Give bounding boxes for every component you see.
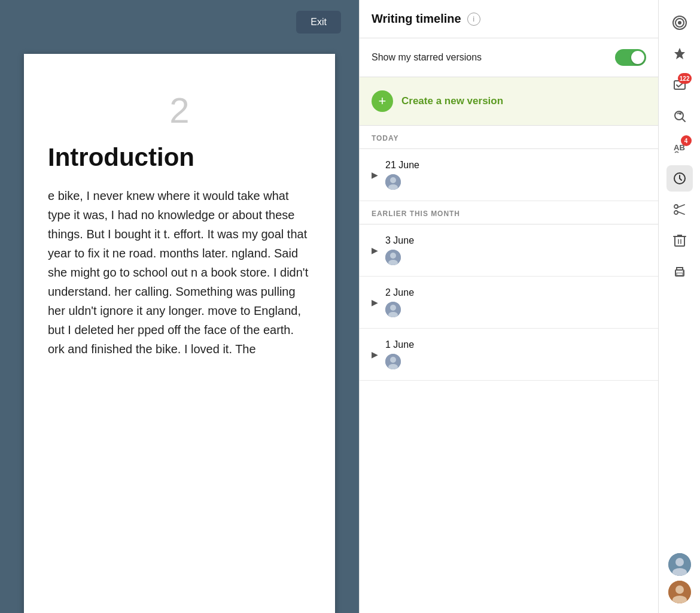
play-arrow-icon: ▶ bbox=[372, 298, 378, 307]
version-date: 3 June bbox=[385, 235, 414, 246]
exit-button[interactable]: Exit bbox=[296, 11, 341, 34]
version-info: 2 June bbox=[385, 287, 414, 317]
timeline-panel: Writing timeline i Show my starred versi… bbox=[359, 0, 658, 613]
starred-row[interactable]: Show my starred versions bbox=[360, 38, 658, 77]
svg-point-29 bbox=[675, 585, 684, 594]
check-icon[interactable]: 122 bbox=[666, 72, 693, 98]
doc-text: e bike, I never knew where it would take… bbox=[48, 186, 311, 359]
version-avatar bbox=[385, 174, 401, 190]
document-area: Exit 2 Introduction e bike, I never knew… bbox=[0, 0, 359, 613]
svg-point-10 bbox=[390, 357, 396, 363]
version-item[interactable]: ▶ 21 June bbox=[360, 149, 658, 201]
toggle-knob bbox=[631, 51, 644, 64]
svg-point-26 bbox=[675, 558, 684, 566]
version-item[interactable]: ▶ 1 June bbox=[360, 329, 658, 381]
svg-point-4 bbox=[390, 253, 396, 259]
section-today: TODAY bbox=[360, 126, 658, 149]
spellcheck-icon[interactable]: AB 4 bbox=[666, 134, 693, 160]
user-avatar-2[interactable] bbox=[668, 581, 691, 603]
version-date: 1 June bbox=[385, 339, 414, 350]
print-icon[interactable] bbox=[666, 259, 693, 285]
timeline-title: Writing timeline bbox=[372, 12, 461, 26]
section-earlier: EARLIER THIS MONTH bbox=[360, 201, 658, 224]
version-info: 3 June bbox=[385, 235, 414, 265]
version-info: 1 June bbox=[385, 339, 414, 369]
pin-icon[interactable] bbox=[666, 41, 693, 67]
create-version-label: Create a new version bbox=[401, 95, 503, 107]
timeline-header: Writing timeline i bbox=[360, 0, 658, 38]
version-item[interactable]: ▶ 2 June bbox=[360, 277, 658, 329]
check-badge: 122 bbox=[678, 73, 692, 84]
clock-icon[interactable] bbox=[666, 165, 693, 192]
svg-rect-23 bbox=[677, 273, 683, 275]
svg-point-1 bbox=[390, 177, 396, 183]
version-avatar bbox=[385, 302, 401, 317]
version-avatar bbox=[385, 354, 401, 369]
play-arrow-icon: ▶ bbox=[372, 245, 378, 255]
doc-heading: Introduction bbox=[48, 143, 311, 172]
starred-label: Show my starred versions bbox=[372, 52, 482, 63]
svg-point-24 bbox=[683, 271, 684, 272]
info-icon[interactable]: i bbox=[467, 13, 480, 26]
svg-point-7 bbox=[390, 305, 396, 311]
search-refresh-icon[interactable] bbox=[666, 103, 693, 129]
document-page: 2 Introduction e bike, I never knew wher… bbox=[24, 54, 335, 613]
user-avatar-1[interactable] bbox=[668, 553, 691, 576]
toggle-switch[interactable] bbox=[615, 49, 646, 66]
svg-rect-21 bbox=[675, 236, 684, 246]
version-date: 2 June bbox=[385, 287, 414, 298]
version-date: 21 June bbox=[385, 160, 419, 171]
page-number: 2 bbox=[48, 90, 311, 131]
version-item[interactable]: ▶ 3 June bbox=[360, 224, 658, 277]
play-arrow-icon: ▶ bbox=[372, 350, 378, 359]
right-sidebar: 122 AB 4 bbox=[658, 0, 700, 613]
goal-icon[interactable] bbox=[666, 10, 693, 36]
version-info: 21 June bbox=[385, 160, 419, 190]
plus-icon: + bbox=[372, 90, 393, 112]
spellcheck-badge: 4 bbox=[681, 135, 692, 146]
create-version-row[interactable]: + Create a new version bbox=[360, 77, 658, 126]
trash-icon[interactable] bbox=[666, 227, 693, 254]
play-arrow-icon: ▶ bbox=[372, 170, 378, 180]
svg-point-14 bbox=[678, 21, 681, 25]
version-avatar bbox=[385, 250, 401, 265]
scissors-icon[interactable] bbox=[666, 196, 693, 223]
